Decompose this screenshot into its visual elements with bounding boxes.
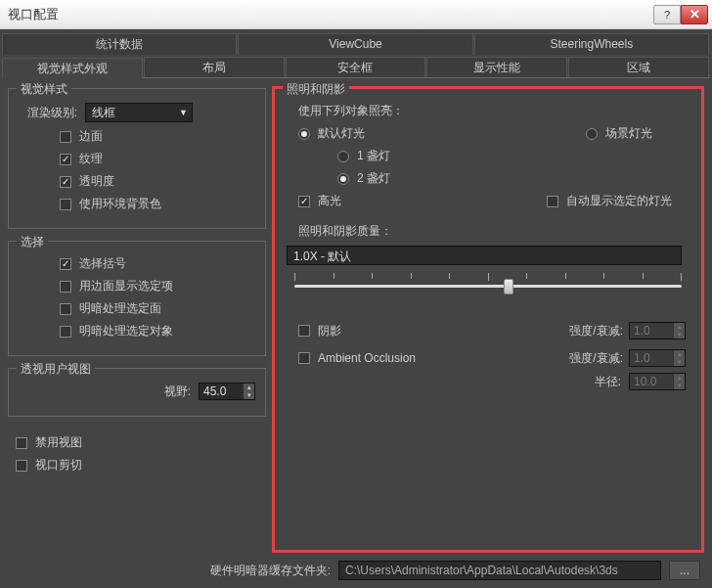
footer-row: 硬件明暗器缓存文件夹: C:\Users\Administrator\AppDa… (2, 557, 710, 582)
spinner-fov[interactable]: 45.0 ▴▾ (199, 383, 255, 400)
label-disable-viewport: 禁用视图 (35, 434, 82, 451)
radio-two-lights[interactable] (337, 173, 349, 185)
tab-statistics[interactable]: 统计数据 (2, 33, 237, 55)
textbox-quality-value: 1.0X - 默认 (293, 249, 351, 263)
spinner-fov-value: 45.0 (200, 384, 243, 398)
checkbox-edge-display[interactable] (60, 281, 71, 293)
checkbox-ao[interactable] (298, 352, 310, 364)
spinner-up-icon[interactable]: ▴ (243, 384, 254, 391)
row-render-level: 渲染级别: 线框 ▼ (19, 103, 255, 122)
label-brackets: 选择括号 (79, 255, 126, 272)
textbox-cache-path[interactable]: C:\Users\Administrator\AppData\Local\Aut… (338, 561, 661, 580)
group-selection: 选择 选择括号 用边面显示选定项 明暗处理选定面 明暗处理选定对象 (8, 241, 266, 356)
spinner-shadow-intensity[interactable]: 1.0▴▾ (629, 322, 686, 339)
label-ao: Ambient Occlusion (318, 351, 416, 365)
tab-safe-frame[interactable]: 安全框 (286, 57, 426, 77)
checkbox-shade-objects[interactable] (60, 326, 71, 338)
dropdown-render-level[interactable]: 线框 ▼ (85, 103, 193, 122)
titlebar: 视口配置 ? ✕ (0, 0, 712, 29)
label-use-lights: 使用下列对象照亮： (298, 103, 404, 119)
spinner-down-icon[interactable]: ▾ (673, 382, 685, 389)
label-viewport-clipping: 视口剪切 (35, 457, 82, 474)
label-shade-objects: 明暗处理选定对象 (79, 323, 173, 339)
label-edges: 边面 (79, 128, 103, 145)
group-title-perspective: 透视用户视图 (17, 361, 95, 378)
label-scene-lights: 场景灯光 (605, 125, 652, 142)
checkbox-specular[interactable] (298, 196, 310, 207)
spinner-ao-intensity[interactable]: 1.0▴▾ (629, 349, 686, 367)
tab-regions[interactable]: 区域 (568, 57, 709, 77)
label-one-light: 1 盏灯 (357, 148, 390, 164)
checkbox-viewport-clipping[interactable] (16, 460, 27, 472)
label-env-bg: 使用环境背景色 (79, 196, 161, 212)
radio-default-lights[interactable] (298, 128, 310, 140)
quality-slider[interactable] (294, 273, 682, 296)
spinner-down-icon[interactable]: ▾ (673, 331, 685, 339)
group-lighting-shadows: 照明和阴影 使用下列对象照亮： 默认灯光 场景灯光 1 盏灯 2 盏灯 高光 自… (272, 86, 704, 553)
label-quality: 照明和阴影质量： (298, 223, 392, 240)
label-specular: 高光 (318, 193, 341, 209)
spinner-down-icon[interactable]: ▾ (673, 358, 685, 366)
label-shadows: 阴影 (318, 323, 341, 339)
spinner-up-icon[interactable]: ▴ (673, 323, 685, 331)
label-edge-display: 用边面显示选定项 (79, 278, 173, 294)
label-render-level: 渲染级别: (19, 105, 77, 121)
checkbox-auto-display[interactable] (547, 196, 558, 207)
group-title-lighting: 照明和阴影 (283, 81, 349, 98)
checkbox-brackets[interactable] (60, 258, 71, 270)
quality-slider-area (285, 265, 691, 300)
label-ao-intensity: 强度/衰减: (569, 350, 623, 367)
radio-one-light[interactable] (337, 151, 349, 162)
label-shadow-intensity: 强度/衰减: (569, 323, 623, 339)
checkbox-env-bg[interactable] (60, 199, 71, 210)
dropdown-value: 线框 (92, 105, 115, 121)
checkbox-edges[interactable] (60, 131, 71, 143)
checkbox-disable-viewport[interactable] (16, 437, 27, 449)
label-textures: 纹理 (79, 151, 103, 167)
checkbox-shadows[interactable] (298, 325, 310, 337)
sub-tab-row: 视觉样式外观 布局 安全框 显示性能 区域 (2, 57, 710, 78)
group-title-visual-style: 视觉样式 (17, 81, 71, 98)
radio-scene-lights[interactable] (586, 128, 598, 140)
tab-viewcube[interactable]: ViewCube (238, 33, 472, 55)
checkbox-textures[interactable] (60, 154, 71, 165)
label-auto-display: 自动显示选定的灯光 (566, 193, 672, 209)
label-transparency: 透明度 (79, 173, 114, 190)
checkbox-shade-faces[interactable] (60, 303, 71, 315)
slider-thumb[interactable] (504, 279, 513, 294)
help-button[interactable]: ? (653, 5, 681, 24)
spinner-down-icon[interactable]: ▾ (243, 391, 254, 399)
tab-visual-style[interactable]: 视觉样式外观 (2, 58, 143, 78)
label-two-lights: 2 盏灯 (357, 170, 390, 187)
tab-steeringwheels[interactable]: SteeringWheels (474, 33, 709, 55)
label-fov: 视野: (164, 384, 191, 400)
dropdown-arrow-icon: ▼ (179, 108, 188, 117)
browse-button[interactable]: ... (669, 561, 700, 580)
tab-layout[interactable]: 布局 (144, 57, 285, 77)
group-title-selection: 选择 (17, 234, 48, 250)
spinner-up-icon[interactable]: ▴ (673, 350, 685, 358)
dialog-body: 统计数据 ViewCube SteeringWheels 视觉样式外观 布局 安… (0, 29, 712, 588)
label-shade-faces: 明暗处理选定面 (79, 300, 161, 317)
close-button[interactable]: ✕ (681, 5, 708, 24)
window-title: 视口配置 (8, 6, 653, 23)
textbox-quality[interactable]: 1.0X - 默认 (287, 246, 682, 265)
label-cache-folder: 硬件明暗器缓存文件夹: (210, 563, 331, 579)
spinner-radius[interactable]: 10.0▴▾ (629, 373, 686, 390)
top-tab-row: 统计数据 ViewCube SteeringWheels (2, 33, 710, 55)
dialog-window: 视口配置 ? ✕ 统计数据 ViewCube SteeringWheels 视觉… (0, 0, 712, 588)
label-default-lights: 默认灯光 (318, 125, 365, 142)
titlebar-buttons: ? ✕ (653, 5, 708, 24)
left-column: 视觉样式 渲染级别: 线框 ▼ 边面 纹理 透明度 使用环境背景色 选择 (8, 82, 266, 553)
row-fov: 视野: 45.0 ▴▾ (19, 383, 255, 400)
label-radius: 半径: (595, 374, 621, 390)
tab-display-perf[interactable]: 显示性能 (426, 57, 567, 77)
spinner-up-icon[interactable]: ▴ (673, 374, 685, 382)
checkbox-transparency[interactable] (60, 176, 71, 188)
slider-track (294, 285, 682, 288)
group-perspective: 透视用户视图 视野: 45.0 ▴▾ (8, 368, 266, 417)
right-column: 照明和阴影 使用下列对象照亮： 默认灯光 场景灯光 1 盏灯 2 盏灯 高光 自… (272, 82, 704, 553)
group-visual-style: 视觉样式 渲染级别: 线框 ▼ 边面 纹理 透明度 使用环境背景色 (8, 88, 266, 229)
content-area: 视觉样式 渲染级别: 线框 ▼ 边面 纹理 透明度 使用环境背景色 选择 (2, 78, 710, 557)
bottom-checks: 禁用视图 视口剪切 (8, 423, 266, 481)
